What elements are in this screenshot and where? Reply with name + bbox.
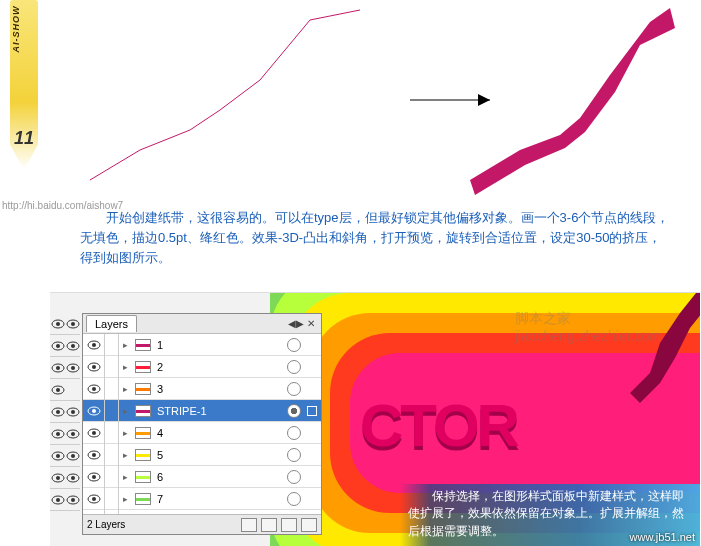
layer-row[interactable]: ▸STRIPE-1 [83,400,321,422]
disclosure-triangle-icon[interactable]: ▸ [119,340,131,350]
lock-column[interactable] [105,378,119,400]
eye-icon[interactable] [83,422,105,444]
panel-collapse-close[interactable]: ◀▶ ✕ [282,318,321,329]
layer-name[interactable]: 2 [155,361,287,373]
eye-icon[interactable] [65,401,80,422]
target-icon[interactable] [287,360,301,374]
badge-number: 11 [10,128,38,149]
target-icon[interactable] [287,448,301,462]
svg-point-40 [92,387,96,391]
eye-icon[interactable] [65,467,80,488]
layer-name[interactable]: 1 [155,339,287,351]
layers-tab[interactable]: Layers [86,315,137,332]
eye-icon[interactable] [65,445,80,466]
target-icon[interactable] [287,492,301,506]
eye-icon[interactable] [83,488,105,510]
layer-rows-list: ▸1▸2▸3▸STRIPE-1▸4▸5▸6▸7▸8 [83,334,321,514]
eye-icon[interactable] [50,489,65,510]
eye-icon[interactable] [50,423,65,444]
eye-icon[interactable] [50,379,65,400]
layer-row[interactable]: ▸6 [83,466,321,488]
arrow-head-icon [478,94,490,106]
eye-icon[interactable] [65,489,80,510]
disclosure-triangle-icon[interactable]: ▸ [119,472,131,482]
eye-icon[interactable] [83,400,105,422]
svg-point-6 [56,344,60,348]
layer-thumbnail [135,493,151,505]
layer-name[interactable]: 4 [155,427,287,439]
svg-point-28 [56,476,60,480]
layers-panel-footer: 2 Layers [83,514,321,534]
eye-icon[interactable] [83,378,105,400]
layer-thumbnail [135,449,151,461]
eye-icon[interactable] [83,466,105,488]
lock-column[interactable] [105,400,119,422]
target-icon[interactable] [287,338,301,352]
eye-icon[interactable] [50,401,65,422]
eye-icon[interactable] [83,444,105,466]
svg-point-34 [71,498,75,502]
eye-icon[interactable] [50,357,65,378]
selection-color-box [307,384,317,394]
illustration-area [70,0,680,200]
disclosure-triangle-icon[interactable]: ▸ [119,450,131,460]
target-icon[interactable] [287,470,301,484]
layer-name[interactable]: STRIPE-1 [155,405,287,417]
eye-icon[interactable] [65,335,80,356]
lock-column[interactable] [105,510,119,515]
watermark-center: 脚本之家 jiaocheng.zhezhier.com [515,310,661,344]
svg-point-36 [92,343,96,347]
layer-row[interactable]: ▸5 [83,444,321,466]
tutorial-badge-region: AI-SHOW 编译 11 http://hi.baidu.com/aishow… [2,0,42,260]
svg-point-22 [71,432,75,436]
svg-point-20 [56,432,60,436]
eye-icon[interactable] [50,313,65,334]
svg-point-44 [92,431,96,435]
lock-column[interactable] [105,356,119,378]
layer-name[interactable]: 5 [155,449,287,461]
make-clipping-mask-icon[interactable] [241,518,257,532]
layer-row[interactable]: ▸1 [83,334,321,356]
lock-column[interactable] [105,334,119,356]
disclosure-triangle-icon[interactable]: ▸ [119,362,131,372]
layer-row[interactable]: ▸7 [83,488,321,510]
layers-panel-header[interactable]: Layers ◀▶ ✕ [83,314,321,334]
lock-column[interactable] [105,422,119,444]
eye-icon[interactable] [83,356,105,378]
lock-column[interactable] [105,466,119,488]
new-layer-icon[interactable] [281,518,297,532]
badge-background: AI-SHOW 编译 11 [10,0,38,170]
target-icon[interactable] [287,426,301,440]
layer-row[interactable]: ▸2 [83,356,321,378]
eye-icon[interactable] [50,335,65,356]
layer-thumbnail [135,361,151,373]
selection-color-box [307,494,317,504]
layer-row[interactable]: ▸3 [83,378,321,400]
svg-point-2 [56,322,60,326]
lock-column[interactable] [105,488,119,510]
layers-panel[interactable]: Layers ◀▶ ✕ ▸1▸2▸3▸STRIPE-1▸4▸5▸6▸7▸8 2 … [82,313,322,535]
eye-icon[interactable] [83,510,105,515]
target-icon[interactable] [287,382,301,396]
eye-icon[interactable] [65,313,80,334]
eye-icon[interactable] [65,357,80,378]
eye-icon[interactable] [50,467,65,488]
svg-point-14 [56,388,60,392]
disclosure-triangle-icon[interactable]: ▸ [119,406,131,416]
delete-layer-icon[interactable] [301,518,317,532]
new-sublayer-icon[interactable] [261,518,277,532]
layer-name[interactable]: 7 [155,493,287,505]
eye-icon[interactable] [50,445,65,466]
disclosure-triangle-icon[interactable]: ▸ [119,384,131,394]
layer-row[interactable]: ▸4 [83,422,321,444]
disclosure-triangle-icon[interactable]: ▸ [119,494,131,504]
layer-name[interactable]: 3 [155,383,287,395]
ctor-text: CTOR [360,391,517,460]
eye-icon[interactable] [65,423,80,444]
disclosure-triangle-icon[interactable]: ▸ [119,428,131,438]
lock-column[interactable] [105,444,119,466]
layer-name[interactable]: 6 [155,471,287,483]
badge-title: AI-SHOW 编译 [10,0,23,59]
target-icon[interactable] [287,404,301,418]
eye-icon[interactable] [83,334,105,356]
